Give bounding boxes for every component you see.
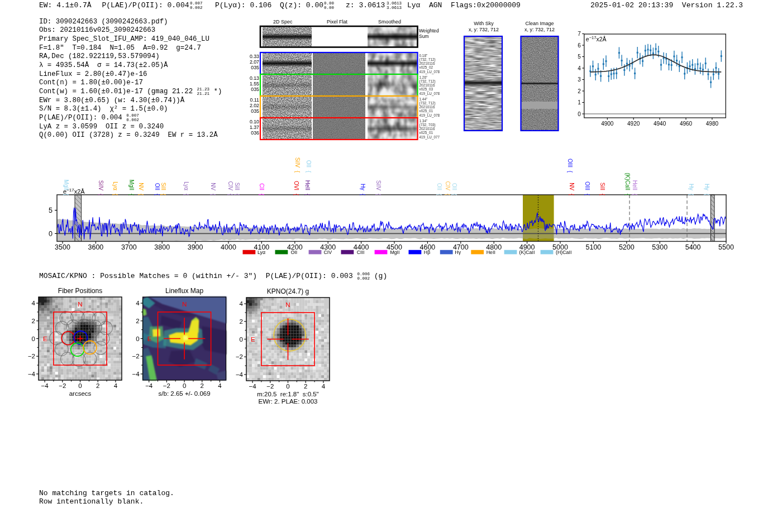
svg-text:EWr: 2. PLAE: 0.003: EWr: 2. PLAE: 0.003 [259,398,318,405]
svg-text:Lyα {: Lyα { [112,181,118,196]
svg-text:7: 7 [578,31,581,37]
svg-text:CII {: CII { [259,183,265,195]
svg-text:5: 5 [578,54,581,60]
svg-text:4980: 4980 [706,121,719,127]
svg-text:OII {: OII { [436,183,442,196]
svg-text:−4: −4 [132,371,140,377]
svg-text:Lyα {: Lyα { [183,181,189,196]
svg-text:SiIV {: SiIV { [294,157,301,173]
svg-text:e−17x2Å: e−17x2Å [63,188,85,195]
svg-text:−2: −2 [28,353,35,360]
svg-text:E: E [147,336,152,342]
svg-text:3700: 3700 [121,243,137,251]
svg-text:4: 4 [136,300,140,306]
svg-text:4920: 4920 [627,121,640,127]
svg-text:OIII {: OIII { [567,159,573,173]
svg-text:4: 4 [218,382,222,389]
svg-text:2: 2 [32,318,35,324]
svg-text:NV {: NV { [210,183,216,195]
svg-text:SiII {: SiII { [599,183,605,196]
svg-text:E: E [251,336,255,343]
svg-text:m:20.5 re:1.8" s:0.5": m:20.5 re:1.8" s:0.5" [257,391,318,397]
svg-text:0: 0 [578,111,581,117]
svg-text:0: 0 [286,383,289,390]
svg-text:3600: 3600 [88,243,103,251]
svg-text:5500: 5500 [718,243,734,251]
svg-text:E: E [43,336,47,342]
svg-text:4: 4 [32,300,36,306]
svg-text:4000: 4000 [221,243,236,251]
svg-text:N: N [182,301,187,308]
svg-text:4: 4 [240,300,244,307]
svg-text:HeII: HeII [487,250,495,255]
svg-text:0: 0 [183,382,186,389]
svg-text:2: 2 [304,383,307,390]
svg-text:2: 2 [201,382,204,389]
svg-text:(K)CaII {: (K)CaII { [624,172,631,195]
svg-text:HeII {: HeII { [304,180,311,196]
svg-text:Fiber Positions: Fiber Positions [58,287,102,295]
svg-text:1: 1 [578,99,581,106]
svg-text:Hγ: Hγ [455,250,461,255]
svg-text:CIII: CIII [357,250,365,255]
svg-text:−2: −2 [163,382,170,389]
svg-text:Hγ {: Hγ { [704,184,710,196]
svg-text:4900: 4900 [601,121,614,127]
svg-text:3800: 3800 [154,243,170,251]
svg-text:OVI {: OVI { [293,181,299,196]
svg-text:Hγ {: Hγ { [360,184,366,196]
svg-text:CIV {: CIV { [445,181,451,195]
svg-text:5: 5 [49,207,53,214]
svg-text:NV {: NV { [569,183,575,195]
svg-text:4: 4 [578,65,581,71]
svg-text:SiII {: SiII { [160,183,166,196]
svg-text:0: 0 [32,336,35,342]
svg-text:−4: −4 [145,382,153,389]
svg-text:OII {: OII { [451,183,457,196]
svg-text:−2: −2 [132,353,139,360]
svg-text:4960: 4960 [680,121,693,127]
svg-text:OII {: OII { [154,183,160,196]
svg-text:e−17x2Å: e−17x2Å [586,35,607,42]
svg-text:0: 0 [78,382,82,389]
svg-text:2: 2 [136,318,139,324]
svg-text:3: 3 [578,76,581,83]
svg-text:OII {: OII { [306,160,312,173]
svg-text:s/b: 2.65 +/- 0.069: s/b: 2.65 +/- 0.069 [159,390,211,397]
svg-text:HeII {: HeII { [632,180,638,196]
svg-text:CIV {: CIV { [227,181,233,195]
svg-text:−4: −4 [28,371,36,377]
svg-text:N: N [285,301,290,308]
svg-text:6: 6 [578,42,581,49]
svg-text:5400: 5400 [685,243,701,251]
svg-text:2: 2 [578,88,581,94]
svg-text:SiII {: SiII { [234,183,240,196]
svg-text:MgII: MgII [390,250,399,255]
svg-text:−2: −2 [236,353,243,360]
svg-text:CIV: CIV [324,250,332,255]
svg-text:OII: OII [291,250,298,255]
svg-text:OIII {: OIII { [584,181,590,196]
svg-text:Hγ {: Hγ { [688,184,694,196]
svg-text:3500: 3500 [55,243,70,251]
svg-text:SiIV {: SiIV { [98,180,104,196]
svg-text:N: N [78,301,82,308]
svg-text:−4: −4 [249,383,257,390]
svg-text:0: 0 [49,230,53,238]
svg-text:MgII {: MgII { [128,180,135,196]
svg-text:SiIV {: SiIV { [375,180,382,196]
svg-text:3900: 3900 [188,243,203,251]
svg-text:(H)CaII: (H)CaII [556,250,571,255]
svg-text:0: 0 [240,336,243,343]
svg-text:−4: −4 [41,382,49,389]
svg-text:2: 2 [96,382,99,389]
svg-text:5100: 5100 [585,243,601,251]
svg-text:KPNO(24.7) g: KPNO(24.7) g [267,287,309,295]
svg-text:−2: −2 [266,383,274,390]
svg-text:4940: 4940 [654,121,666,127]
svg-text:−2: −2 [59,382,66,389]
svg-text:(K)CaII: (K)CaII [519,250,535,255]
svg-text:5200: 5200 [619,243,635,251]
svg-text:5300: 5300 [652,243,667,251]
svg-text:arcsecs: arcsecs [69,390,92,397]
